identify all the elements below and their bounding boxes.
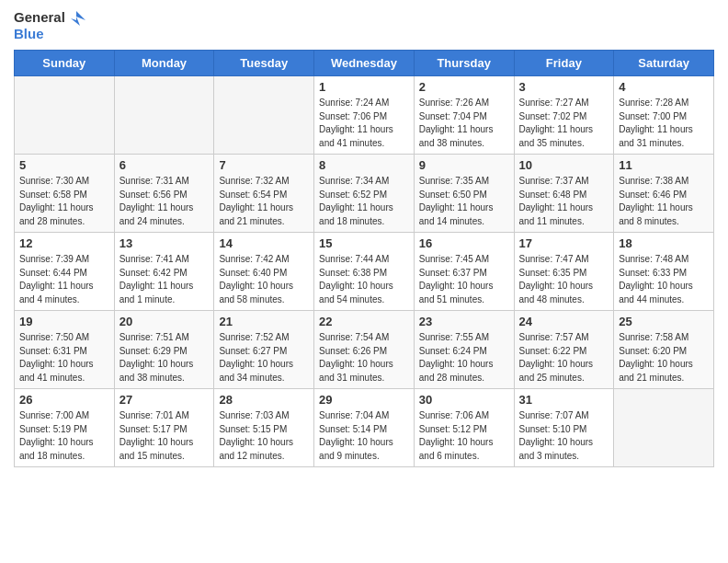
cell-info: Sunrise: 7:50 AMSunset: 6:31 PMDaylight:…	[19, 331, 109, 385]
cell-info: Sunrise: 7:57 AMSunset: 6:22 PMDaylight:…	[519, 331, 609, 385]
cell-2-7: 11Sunrise: 7:38 AMSunset: 6:46 PMDayligh…	[614, 155, 714, 233]
cell-3-6: 17Sunrise: 7:47 AMSunset: 6:35 PMDayligh…	[514, 233, 614, 311]
day-number: 2	[419, 80, 509, 94]
cell-5-1: 26Sunrise: 7:00 AMSunset: 5:19 PMDayligh…	[15, 389, 115, 467]
cell-info: Sunrise: 7:26 AMSunset: 7:04 PMDaylight:…	[419, 97, 509, 150]
cell-info: Sunrise: 7:45 AMSunset: 6:37 PMDaylight:…	[419, 253, 509, 306]
day-number: 23	[419, 315, 509, 328]
calendar-table: SundayMondayTuesdayWednesdayThursdayFrid…	[14, 50, 714, 467]
day-number: 18	[619, 236, 709, 250]
cell-1-6: 3Sunrise: 7:27 AMSunset: 7:02 PMDaylight…	[514, 76, 614, 155]
cell-info: Sunrise: 7:54 AMSunset: 6:26 PMDaylight:…	[319, 331, 409, 385]
logo: General Blue	[14, 9, 85, 42]
cell-info: Sunrise: 7:35 AMSunset: 6:50 PMDaylight:…	[419, 175, 509, 228]
cell-2-1: 5Sunrise: 7:30 AMSunset: 6:58 PMDaylight…	[15, 155, 115, 233]
logo-text-general: General	[14, 9, 65, 26]
svg-marker-0	[71, 11, 85, 26]
cell-3-2: 13Sunrise: 7:41 AMSunset: 6:42 PMDayligh…	[114, 233, 214, 311]
col-header-tuesday: Tuesday	[214, 51, 314, 76]
col-header-wednesday: Wednesday	[314, 51, 415, 76]
cell-4-1: 19Sunrise: 7:50 AMSunset: 6:31 PMDayligh…	[15, 311, 115, 389]
cell-info: Sunrise: 7:30 AMSunset: 6:58 PMDaylight:…	[19, 175, 109, 228]
cell-5-5: 30Sunrise: 7:06 AMSunset: 5:12 PMDayligh…	[414, 389, 514, 467]
cell-info: Sunrise: 7:47 AMSunset: 6:35 PMDaylight:…	[519, 253, 609, 306]
day-number: 28	[219, 393, 309, 407]
cell-info: Sunrise: 7:27 AMSunset: 7:02 PMDaylight:…	[519, 97, 609, 150]
cell-info: Sunrise: 7:58 AMSunset: 6:20 PMDaylight:…	[619, 331, 709, 385]
cell-info: Sunrise: 7:34 AMSunset: 6:52 PMDaylight:…	[319, 175, 409, 228]
logo-bird-icon	[67, 9, 85, 26]
week-row-5: 26Sunrise: 7:00 AMSunset: 5:19 PMDayligh…	[15, 389, 714, 467]
cell-info: Sunrise: 7:44 AMSunset: 6:38 PMDaylight:…	[319, 253, 409, 306]
cell-info: Sunrise: 7:32 AMSunset: 6:54 PMDaylight:…	[219, 175, 309, 228]
day-number: 21	[219, 315, 309, 328]
week-row-2: 5Sunrise: 7:30 AMSunset: 6:58 PMDaylight…	[15, 155, 714, 233]
cell-3-7: 18Sunrise: 7:48 AMSunset: 6:33 PMDayligh…	[614, 233, 714, 311]
col-header-monday: Monday	[114, 51, 214, 76]
cell-3-1: 12Sunrise: 7:39 AMSunset: 6:44 PMDayligh…	[15, 233, 115, 311]
col-header-friday: Friday	[514, 51, 614, 76]
cell-info: Sunrise: 7:55 AMSunset: 6:24 PMDaylight:…	[419, 331, 509, 385]
day-number: 13	[119, 236, 210, 250]
cell-5-6: 31Sunrise: 7:07 AMSunset: 5:10 PMDayligh…	[514, 389, 614, 467]
cell-1-4: 1Sunrise: 7:24 AMSunset: 7:06 PMDaylight…	[314, 76, 415, 155]
cell-1-3	[214, 76, 314, 155]
cell-info: Sunrise: 7:52 AMSunset: 6:27 PMDaylight:…	[219, 331, 309, 385]
cell-info: Sunrise: 7:48 AMSunset: 6:33 PMDaylight:…	[619, 253, 709, 306]
cell-4-2: 20Sunrise: 7:51 AMSunset: 6:29 PMDayligh…	[114, 311, 214, 389]
col-header-saturday: Saturday	[614, 51, 714, 76]
cell-2-5: 9Sunrise: 7:35 AMSunset: 6:50 PMDaylight…	[414, 155, 514, 233]
day-number: 11	[619, 158, 709, 172]
cell-info: Sunrise: 7:03 AMSunset: 5:15 PMDaylight:…	[219, 409, 309, 463]
cell-5-3: 28Sunrise: 7:03 AMSunset: 5:15 PMDayligh…	[214, 389, 314, 467]
cell-3-4: 15Sunrise: 7:44 AMSunset: 6:38 PMDayligh…	[314, 233, 415, 311]
logo-text-blue: Blue	[14, 26, 44, 42]
day-number: 26	[19, 393, 109, 407]
day-number: 31	[519, 393, 609, 407]
day-number: 30	[419, 393, 509, 407]
cell-info: Sunrise: 7:41 AMSunset: 6:42 PMDaylight:…	[119, 253, 210, 306]
cell-5-2: 27Sunrise: 7:01 AMSunset: 5:17 PMDayligh…	[114, 389, 214, 467]
cell-4-5: 23Sunrise: 7:55 AMSunset: 6:24 PMDayligh…	[414, 311, 514, 389]
cell-2-6: 10Sunrise: 7:37 AMSunset: 6:48 PMDayligh…	[514, 155, 614, 233]
day-number: 3	[519, 80, 609, 94]
cell-4-6: 24Sunrise: 7:57 AMSunset: 6:22 PMDayligh…	[514, 311, 614, 389]
header: General Blue	[14, 9, 714, 42]
day-number: 10	[519, 158, 609, 172]
col-header-thursday: Thursday	[414, 51, 514, 76]
cell-1-2	[114, 76, 214, 155]
cell-1-5: 2Sunrise: 7:26 AMSunset: 7:04 PMDaylight…	[414, 76, 514, 155]
cell-1-7: 4Sunrise: 7:28 AMSunset: 7:00 PMDaylight…	[614, 76, 714, 155]
cell-3-5: 16Sunrise: 7:45 AMSunset: 6:37 PMDayligh…	[414, 233, 514, 311]
day-number: 20	[119, 315, 210, 328]
day-number: 7	[219, 158, 309, 172]
cell-5-4: 29Sunrise: 7:04 AMSunset: 5:14 PMDayligh…	[314, 389, 415, 467]
cell-5-7	[614, 389, 714, 467]
day-number: 24	[519, 315, 609, 328]
cell-info: Sunrise: 7:31 AMSunset: 6:56 PMDaylight:…	[119, 175, 210, 228]
day-number: 16	[419, 236, 509, 250]
cell-info: Sunrise: 7:51 AMSunset: 6:29 PMDaylight:…	[119, 331, 210, 385]
day-number: 12	[19, 236, 109, 250]
cell-info: Sunrise: 7:38 AMSunset: 6:46 PMDaylight:…	[619, 175, 709, 228]
cell-4-7: 25Sunrise: 7:58 AMSunset: 6:20 PMDayligh…	[614, 311, 714, 389]
day-number: 27	[119, 393, 210, 407]
cell-3-3: 14Sunrise: 7:42 AMSunset: 6:40 PMDayligh…	[214, 233, 314, 311]
cell-4-3: 21Sunrise: 7:52 AMSunset: 6:27 PMDayligh…	[214, 311, 314, 389]
cell-2-3: 7Sunrise: 7:32 AMSunset: 6:54 PMDaylight…	[214, 155, 314, 233]
page: General Blue SundayMondayTuesdayWednesda…	[0, 0, 728, 563]
week-row-3: 12Sunrise: 7:39 AMSunset: 6:44 PMDayligh…	[15, 233, 714, 311]
day-number: 29	[319, 393, 409, 407]
day-number: 25	[619, 315, 709, 328]
cell-1-1	[15, 76, 115, 155]
day-number: 8	[319, 158, 409, 172]
day-number: 5	[19, 158, 109, 172]
cell-4-4: 22Sunrise: 7:54 AMSunset: 6:26 PMDayligh…	[314, 311, 415, 389]
week-row-4: 19Sunrise: 7:50 AMSunset: 6:31 PMDayligh…	[15, 311, 714, 389]
col-header-sunday: Sunday	[15, 51, 115, 76]
header-row: SundayMondayTuesdayWednesdayThursdayFrid…	[15, 51, 714, 76]
logo-container: General Blue	[14, 9, 85, 42]
cell-info: Sunrise: 7:37 AMSunset: 6:48 PMDaylight:…	[519, 175, 609, 228]
day-number: 17	[519, 236, 609, 250]
cell-info: Sunrise: 7:28 AMSunset: 7:00 PMDaylight:…	[619, 97, 709, 150]
